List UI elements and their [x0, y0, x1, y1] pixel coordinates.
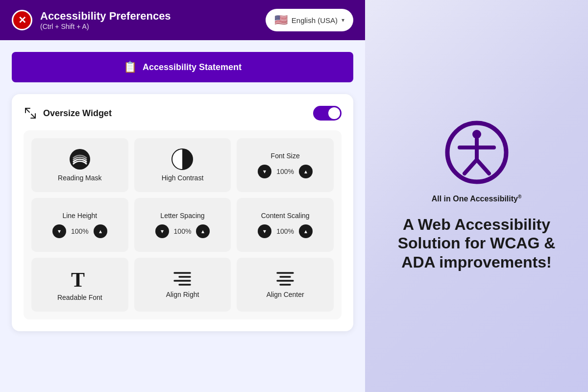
chevron-down-icon: ▾	[161, 228, 164, 235]
chevron-up-icon: ▴	[304, 228, 307, 235]
align-right-option[interactable]: Align Right	[134, 258, 231, 312]
line-height-option: Line Height ▾ 100% ▴	[31, 198, 128, 252]
chevron-down-icon: ▾	[263, 228, 266, 235]
line-height-value: 100%	[71, 227, 89, 235]
close-icon: ✕	[18, 14, 26, 26]
font-size-stepper: ▾ 100% ▴	[258, 165, 313, 178]
letter-spacing-increase-button[interactable]: ▴	[196, 224, 210, 238]
font-size-increase-button[interactable]: ▴	[299, 165, 313, 178]
content-scaling-option: Content Scaling ▾ 100% ▴	[237, 198, 334, 252]
header: ✕ Accessibility Preferences (Ctrl + Shif…	[0, 0, 365, 40]
accessibility-statement-button[interactable]: 📋 Accessibility Statement	[12, 52, 353, 82]
high-contrast-icon	[172, 148, 193, 170]
oversize-left: Oversize Widget	[24, 106, 112, 120]
line-height-label: Line Height	[62, 212, 97, 220]
left-panel: ✕ Accessibility Preferences (Ctrl + Shif…	[0, 0, 365, 392]
readable-font-icon: T	[69, 268, 91, 290]
svg-line-5	[31, 114, 35, 118]
resize-icon	[24, 106, 37, 120]
font-size-decrease-button[interactable]: ▾	[258, 165, 271, 178]
align-center-option[interactable]: Align Center	[237, 258, 334, 312]
font-size-option: Font Size ▾ 100% ▴	[237, 138, 334, 192]
chevron-down-icon: ▾	[58, 228, 61, 235]
line-height-stepper: ▾ 100% ▴	[52, 224, 107, 238]
chevron-down-icon: ▾	[342, 17, 344, 24]
content-area: 📋 Accessibility Statement	[0, 40, 365, 392]
svg-line-23	[465, 160, 477, 173]
align-right-label: Align Right	[166, 291, 199, 298]
document-icon: 📋	[123, 61, 137, 74]
oversize-widget-label: Oversize Widget	[43, 108, 112, 119]
letter-spacing-label: Letter Spacing	[160, 212, 204, 220]
brand-name: All in One Accessibility®	[432, 194, 522, 203]
letter-spacing-stepper: ▾ 100% ▴	[155, 224, 210, 238]
letter-spacing-value: 100%	[174, 227, 192, 235]
content-scaling-increase-button[interactable]: ▴	[299, 224, 313, 238]
font-size-value: 100%	[276, 168, 294, 175]
chevron-down-icon: ▾	[263, 168, 266, 175]
letter-spacing-option: Letter Spacing ▾ 100% ▴	[134, 198, 231, 252]
accessibility-logo	[445, 121, 509, 184]
chevron-up-icon: ▴	[304, 168, 307, 175]
content-scaling-label: Content Scaling	[261, 212, 310, 220]
language-label: English (USA)	[292, 16, 338, 24]
reading-mask-icon	[69, 148, 91, 170]
flag-icon: 🇺🇸	[274, 14, 288, 26]
reading-mask-label: Reading Mask	[58, 174, 102, 182]
panel-shortcut: (Ctrl + Shift + A)	[40, 23, 171, 30]
chevron-up-icon: ▴	[201, 228, 204, 235]
font-size-label: Font Size	[271, 152, 300, 160]
svg-line-2	[25, 108, 29, 112]
close-button[interactable]: ✕	[12, 10, 32, 30]
content-scaling-decrease-button[interactable]: ▾	[258, 224, 271, 238]
oversize-widget-row: Oversize Widget	[24, 106, 342, 121]
statement-label: Accessibility Statement	[143, 62, 242, 73]
options-grid: Reading Mask High Contrast Font	[24, 130, 342, 319]
align-right-icon	[172, 271, 192, 287]
header-left: ✕ Accessibility Preferences (Ctrl + Shif…	[12, 10, 171, 30]
right-panel: All in One Accessibility® A Web Accessib…	[365, 0, 588, 392]
language-selector[interactable]: 🇺🇸 English (USA) ▾	[266, 9, 353, 31]
widget-card: Oversize Widget	[12, 94, 353, 331]
oversize-toggle[interactable]	[313, 106, 342, 121]
svg-line-24	[477, 160, 489, 173]
chevron-up-icon: ▴	[99, 228, 102, 235]
high-contrast-label: High Contrast	[162, 174, 204, 182]
align-center-icon	[275, 271, 295, 287]
content-scaling-stepper: ▾ 100% ▴	[258, 224, 313, 238]
line-height-decrease-button[interactable]: ▾	[52, 224, 66, 238]
tagline: A Web Accessibility Solution for WCAG & …	[385, 215, 568, 271]
readable-font-option[interactable]: T Readable Font	[31, 258, 128, 312]
reading-mask-option[interactable]: Reading Mask	[31, 138, 128, 192]
header-title-block: Accessibility Preferences (Ctrl + Shift …	[40, 10, 171, 30]
readable-font-label: Readable Font	[57, 294, 102, 301]
align-center-label: Align Center	[267, 291, 304, 298]
panel-title: Accessibility Preferences	[40, 10, 171, 23]
line-height-increase-button[interactable]: ▴	[94, 224, 107, 238]
high-contrast-option[interactable]: High Contrast	[134, 138, 231, 192]
letter-spacing-decrease-button[interactable]: ▾	[155, 224, 169, 238]
content-scaling-value: 100%	[276, 227, 294, 235]
svg-text:T: T	[71, 269, 85, 290]
